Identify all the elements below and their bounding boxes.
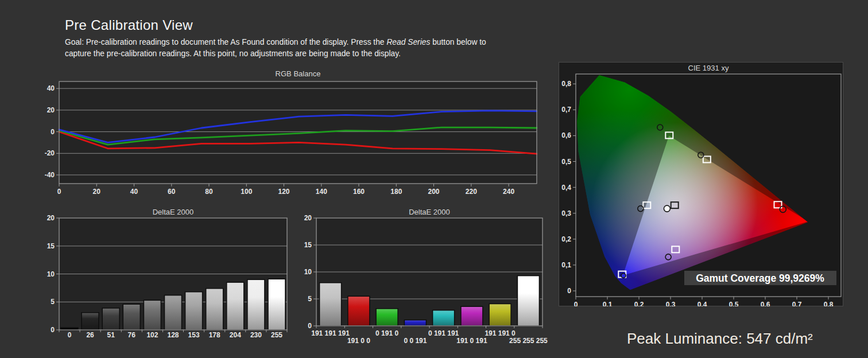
bar-label: 0 (68, 331, 72, 339)
y-axis-label: 0,3 (561, 209, 571, 217)
bar-230 (247, 279, 265, 330)
chart-title: CIE 1931 xy (688, 64, 729, 72)
x-axis-label: 120 (278, 188, 289, 196)
bar-label: 255 255 255 (509, 337, 548, 345)
chart-title: DeltaE 2000 (409, 208, 450, 216)
goal-read-series: Read Series (386, 38, 430, 46)
y-axis-label: 0,6 (561, 131, 571, 139)
y-axis-label: 40 (47, 84, 55, 92)
measured-point-white (664, 205, 670, 212)
goal-line1-post: button below to (430, 38, 486, 46)
rgb-balance-svg: 40200-20-4002040608010012014016018020022… (34, 67, 548, 202)
x-axis-label: 0,2 (634, 301, 644, 306)
bar-102 (144, 300, 161, 330)
x-axis-label: 0,1 (603, 301, 613, 306)
y-axis-label: 20 (47, 214, 55, 222)
x-axis-label: 200 (428, 188, 439, 196)
goal-text: Goal: Pre-calibration readings to docume… (65, 37, 616, 59)
bar-128 (165, 295, 182, 330)
bar-153 (185, 292, 203, 330)
x-axis-label: 80 (205, 188, 213, 196)
color-deltae-chart: 05101520191 191 191191 0 00 191 00 0 191… (293, 205, 554, 352)
bar-255 (268, 279, 285, 330)
y-axis-label: 0 (51, 128, 55, 136)
bar-0-191-191 (433, 310, 455, 326)
y-axis-label: 5 (51, 298, 55, 306)
bar-label: 0 191 191 (428, 329, 459, 337)
x-axis-label: 160 (353, 188, 365, 196)
bar-191-191-0 (489, 304, 511, 326)
color_deltae-svg: 05101520191 191 191191 0 00 191 00 0 191… (293, 205, 554, 352)
goal-line1-pre: Goal: Pre-calibration readings to docume… (65, 38, 386, 46)
x-axis-label: 60 (168, 188, 176, 196)
y-axis-label: 0,1 (561, 261, 571, 269)
x-axis-label: 0,6 (761, 301, 770, 306)
bar-label: 128 (167, 331, 179, 339)
y-axis-label: 0,7 (561, 106, 571, 114)
bar-0-191-0 (376, 309, 398, 326)
x-axis-label: 0,5 (729, 301, 739, 306)
bar-label: 153 (188, 331, 200, 339)
bar-label: 102 (146, 331, 158, 339)
bar-191-0-0 (348, 296, 370, 326)
y-axis-label: 5 (308, 295, 312, 303)
y-axis-label: 10 (47, 270, 55, 278)
bar-label: 191 0 191 (456, 337, 487, 345)
x-axis-label: 240 (503, 188, 514, 196)
x-axis-label: 220 (466, 188, 477, 196)
bar-76 (123, 304, 140, 330)
x-axis-label: 0 (57, 188, 61, 196)
bar-label: 230 (250, 331, 262, 339)
bar-0-0-191 (404, 320, 426, 326)
cie-1931-chart: 00,10,20,30,40,50,60,70,800,10,20,30,40,… (559, 62, 843, 306)
x-axis-label: 180 (390, 188, 402, 196)
pre-calibration-view-page: { "page": { "title": "Pre Calibration Vi… (0, 0, 868, 358)
bar-label: 191 0 0 (347, 337, 370, 345)
y-axis-label: 10 (304, 268, 312, 276)
x-axis-label: 0,8 (824, 301, 834, 306)
y-axis-label: 0,2 (561, 235, 571, 243)
y-axis-label: 15 (47, 242, 55, 250)
y-axis-label: 0 (51, 326, 55, 334)
y-axis-label: 0 (308, 322, 312, 330)
y-axis-label: 0,4 (561, 184, 571, 192)
x-axis-label: 100 (241, 188, 252, 196)
bar-label: 51 (107, 331, 115, 339)
measured-point-blue (621, 273, 626, 278)
bar-label: 204 (230, 331, 241, 339)
rgb-balance-chart: 40200-20-4002040608010012014016018020022… (34, 67, 548, 202)
y-axis-label: -20 (45, 149, 55, 157)
bar-label: 191 191 0 (485, 329, 516, 337)
y-axis-label: 20 (304, 214, 312, 222)
bar-191-0-191 (461, 306, 483, 326)
bar-label: 0 0 191 (404, 337, 427, 345)
bar-label: 26 (86, 331, 94, 339)
x-axis-label: 0,3 (666, 301, 676, 306)
chart-title: RGB Balance (276, 69, 321, 78)
gamut-coverage-label: Gamut Coverage 99,9269% (696, 273, 824, 284)
x-axis-label: 140 (316, 188, 327, 196)
bar-255-255-255 (517, 276, 539, 326)
x-axis-label: 40 (130, 188, 138, 196)
grayscale_deltae-svg: 051015200265176102128153178204230255Delt… (34, 205, 293, 344)
y-axis-label: 0 (567, 287, 571, 295)
plot-background (59, 81, 537, 184)
page-title: Pre Calibration View (65, 17, 193, 33)
y-axis-label: -40 (45, 171, 55, 179)
bar-26 (82, 313, 99, 330)
x-axis-label: 20 (93, 188, 101, 196)
bar-label: 191 191 191 (311, 329, 350, 337)
y-axis-label: 15 (304, 241, 312, 249)
chart-title: DeltaE 2000 (153, 208, 194, 216)
peak-luminance: Peak Luminance: 547 cd/m² (627, 330, 813, 348)
goal-line2: capture the pre-calibration readings. At… (65, 49, 401, 58)
bar-204 (227, 282, 244, 330)
cie-1931-svg: 00,10,20,30,40,50,60,70,800,10,20,30,40,… (559, 62, 843, 306)
bar-191-191-191 (320, 283, 342, 326)
x-axis-label: 0,4 (698, 301, 707, 306)
bar-label: 76 (128, 331, 136, 339)
bar-178 (206, 289, 223, 330)
y-axis-label: 20 (47, 106, 55, 114)
y-axis-label: 0,8 (561, 80, 571, 88)
bar-label: 0 191 0 (375, 329, 398, 337)
